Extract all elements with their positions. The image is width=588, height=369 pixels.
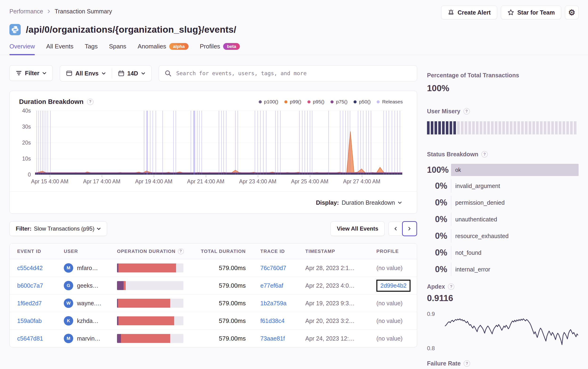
column-header-event-id[interactable]: EVENT ID bbox=[17, 249, 64, 254]
transactions-filter-dropdown[interactable]: Filter: Slow Transactions (p95) bbox=[10, 221, 107, 236]
operation-duration-bar[interactable] bbox=[117, 334, 183, 343]
profile-cell: 2d99e4b2 bbox=[376, 280, 417, 292]
legend-item-Releases[interactable]: Releases bbox=[377, 99, 403, 105]
release-line bbox=[383, 111, 384, 175]
event-id-link[interactable]: 1f6ed2d7 bbox=[17, 300, 42, 307]
misery-tick bbox=[491, 121, 494, 134]
view-all-events-button[interactable]: View All Events bbox=[330, 221, 385, 236]
event-id-link[interactable]: c5647d81 bbox=[17, 335, 43, 342]
chevron-right-icon bbox=[48, 10, 50, 13]
release-line bbox=[147, 111, 148, 175]
tab-all-events[interactable]: All Events bbox=[46, 43, 74, 55]
apdex-value: 0.9116 bbox=[427, 293, 578, 303]
search-input[interactable] bbox=[176, 70, 411, 77]
event-id-cell: b600c7a7 bbox=[17, 282, 64, 289]
event-id-link[interactable]: c55c4d42 bbox=[17, 265, 42, 271]
tab-profiles[interactable]: Profilesbeta bbox=[200, 43, 240, 55]
help-icon[interactable]: ? bbox=[448, 283, 454, 290]
help-icon[interactable]: ? bbox=[481, 151, 488, 158]
siren-icon bbox=[448, 9, 454, 16]
tab-tags[interactable]: Tags bbox=[85, 43, 98, 55]
misery-tick bbox=[525, 121, 527, 134]
tab-label: All Events bbox=[46, 43, 74, 50]
date-range-dropdown[interactable]: 14D bbox=[112, 66, 151, 81]
filter-dropdown[interactable]: Filter bbox=[10, 65, 53, 81]
operation-duration-bar[interactable] bbox=[117, 281, 183, 290]
create-alert-button[interactable]: Create Alert bbox=[441, 6, 497, 19]
misery-tick bbox=[544, 121, 546, 134]
environment-dropdown[interactable]: All Envs bbox=[60, 66, 112, 81]
trace-id-link[interactable]: e77ef6af bbox=[260, 282, 283, 289]
http-span-segment bbox=[118, 316, 174, 325]
table-row: c5647d81Mmarvin…579.00ms73aae81fApr 24, … bbox=[10, 330, 417, 347]
column-header-trace-id[interactable]: TRACE ID bbox=[246, 249, 305, 254]
status-label: resource_exhausted bbox=[455, 233, 509, 239]
timestamp-value: Apr 24, 2023 12:… bbox=[305, 335, 355, 342]
help-icon[interactable]: ? bbox=[464, 360, 470, 367]
trace-id-link[interactable]: 73aae81f bbox=[260, 335, 285, 342]
transactions-filter-label: Filter: bbox=[16, 225, 32, 232]
tab-anomalies[interactable]: Anomaliesalpha bbox=[138, 43, 189, 55]
status-percent: 0% bbox=[427, 264, 447, 274]
operation-duration-bar[interactable] bbox=[117, 299, 183, 308]
event-id-link[interactable]: 159a0fab bbox=[17, 318, 42, 324]
legend-item-p50[interactable]: p50() bbox=[354, 99, 370, 105]
release-line bbox=[345, 111, 346, 175]
y-tick-label: 10s bbox=[22, 156, 31, 162]
column-header-user[interactable]: USER bbox=[64, 249, 117, 254]
trace-id-cell: 76c760d7 bbox=[246, 265, 305, 271]
percentage-total-label: Percentage of Total Transactions bbox=[427, 72, 519, 79]
user-cell: Wwayne.… bbox=[64, 299, 117, 308]
http-span-segment bbox=[118, 299, 170, 308]
previous-page-button[interactable] bbox=[388, 222, 402, 236]
misery-tick bbox=[465, 121, 467, 134]
filter-row: Filter All Envs 14D bbox=[10, 65, 417, 81]
column-header-profile[interactable]: PROFILE bbox=[376, 249, 417, 254]
total-duration-cell: 579.00ms bbox=[188, 264, 246, 272]
operation-duration-bar[interactable] bbox=[117, 316, 183, 325]
x-tick-label: Apr 25 4:00 AM bbox=[291, 178, 329, 185]
column-header-total-duration[interactable]: TOTAL DURATION bbox=[188, 249, 246, 254]
tab-spans[interactable]: Spans bbox=[109, 43, 126, 55]
trace-id-link[interactable]: 76c760d7 bbox=[260, 265, 286, 271]
trace-id-link[interactable]: f61d38c4 bbox=[260, 318, 284, 324]
legend-label: p75() bbox=[336, 99, 347, 105]
column-header-label: TIMESTAMP bbox=[305, 249, 335, 254]
misery-tick bbox=[446, 121, 448, 134]
trace-id-cell: f61d38c4 bbox=[246, 318, 305, 324]
operation-duration-bar[interactable] bbox=[117, 263, 183, 272]
event-id-cell: 159a0fab bbox=[17, 318, 64, 324]
column-header-operation-duration[interactable]: OPERATION DURATION? bbox=[117, 249, 188, 254]
column-header-label: OPERATION DURATION bbox=[117, 249, 176, 254]
profile-link[interactable]: 2d99e4b2 bbox=[380, 282, 407, 289]
timestamp-cell: Apr 22, 2023 4:0… bbox=[305, 282, 376, 289]
release-line bbox=[278, 111, 278, 175]
operation-duration-cell bbox=[117, 299, 188, 308]
legend-item-p95[interactable]: p95() bbox=[307, 99, 324, 105]
x-tick-mark bbox=[154, 175, 154, 177]
trace-id-link[interactable]: 1b2a759a bbox=[260, 300, 286, 307]
event-id-link[interactable]: b600c7a7 bbox=[17, 282, 43, 289]
release-line bbox=[44, 111, 44, 175]
help-icon[interactable]: ? bbox=[178, 249, 184, 254]
help-icon[interactable]: ? bbox=[463, 108, 470, 114]
duration-chart[interactable] bbox=[35, 111, 402, 175]
next-page-button[interactable] bbox=[402, 221, 417, 236]
column-header-timestamp[interactable]: TIMESTAMP bbox=[305, 249, 376, 254]
legend-item-p75[interactable]: p75() bbox=[330, 99, 347, 105]
settings-button[interactable]: ⚙ bbox=[565, 6, 578, 19]
event-id-cell: c5647d81 bbox=[17, 335, 64, 342]
misery-tick bbox=[502, 121, 505, 134]
chevron-left-icon bbox=[394, 227, 397, 231]
breadcrumb-performance[interactable]: Performance bbox=[10, 8, 43, 15]
apdex-sparkline: 0.9 0.8 bbox=[427, 309, 578, 354]
legend-item-p99[interactable]: p99() bbox=[284, 99, 301, 105]
release-line bbox=[38, 111, 39, 175]
event-id-cell: 1f6ed2d7 bbox=[17, 300, 64, 307]
tab-overview[interactable]: Overview bbox=[10, 43, 35, 55]
display-dropdown[interactable]: Display: Duration Breakdown bbox=[10, 191, 417, 213]
legend-item-p100[interactable]: p100() bbox=[259, 99, 278, 105]
help-icon[interactable]: ? bbox=[87, 99, 94, 105]
release-line bbox=[299, 111, 300, 175]
star-for-team-button[interactable]: Star for Team bbox=[501, 6, 561, 19]
